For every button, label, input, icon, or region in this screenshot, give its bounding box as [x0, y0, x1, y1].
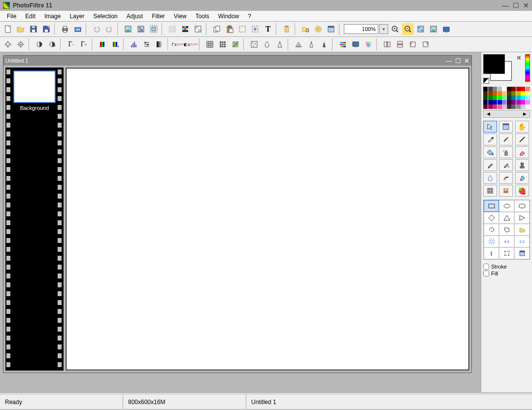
preferences-icon[interactable] — [325, 23, 337, 35]
line-tool-icon[interactable] — [515, 134, 529, 145]
auto-contrast-icon[interactable]: ◐±AUTO — [185, 38, 197, 50]
pipette-tool-icon[interactable] — [483, 134, 497, 145]
automate-icon[interactable] — [312, 23, 324, 35]
select-crop-icon[interactable] — [499, 247, 514, 259]
menu-adjust[interactable]: Adjust — [123, 12, 147, 21]
select-ratio-43-icon[interactable]: 4:3 — [499, 236, 514, 247]
open-file-icon[interactable] — [15, 23, 27, 35]
layer-thumbnail[interactable] — [13, 70, 56, 103]
palette-swatch[interactable] — [488, 87, 493, 91]
palette-swatch[interactable] — [521, 91, 525, 96]
menu-selection[interactable]: Selection — [89, 12, 121, 21]
foreground-swatch[interactable] — [483, 54, 505, 74]
advanced-brush-icon[interactable]: + — [499, 159, 513, 171]
palette-swatch[interactable] — [488, 104, 493, 109]
palette-swatch[interactable] — [507, 91, 511, 96]
shape-polygon[interactable] — [499, 224, 514, 236]
palette-swatch[interactable] — [502, 104, 506, 109]
menu-file[interactable]: File — [3, 12, 20, 21]
fullscreen-icon[interactable] — [440, 23, 452, 35]
hand-tool-icon[interactable]: ✋ — [515, 121, 529, 133]
relief-icon[interactable] — [293, 38, 304, 50]
menu-edit[interactable]: Edit — [21, 12, 39, 21]
palette-swatch[interactable] — [502, 100, 506, 104]
shape-lasso[interactable] — [484, 224, 499, 236]
palette-swatch[interactable] — [516, 96, 521, 100]
auto-levels-icon[interactable]: Γ±AUTO — [172, 38, 184, 50]
palette-swatch[interactable] — [498, 96, 502, 100]
palette-swatch[interactable] — [498, 104, 502, 109]
palette-swatch[interactable] — [507, 87, 511, 91]
options-tool-icon[interactable] — [499, 121, 513, 133]
brightness-plus-icon[interactable]: + — [15, 38, 27, 50]
grid-solid-icon[interactable] — [217, 38, 229, 50]
layer-icon[interactable] — [166, 23, 178, 35]
fill-tool-icon[interactable] — [483, 146, 497, 158]
color-balance-icon[interactable] — [337, 38, 349, 50]
palette-swatch[interactable] — [483, 91, 488, 96]
palette-swatch[interactable] — [502, 87, 506, 91]
stamp-tool-icon[interactable] — [515, 159, 529, 171]
distort-tool-icon[interactable] — [483, 185, 497, 197]
variations-icon[interactable] — [363, 38, 374, 50]
palette-swatch[interactable] — [516, 100, 521, 104]
levels-icon[interactable] — [141, 38, 153, 50]
selection-icon[interactable] — [236, 23, 248, 35]
grid-small-icon[interactable] — [204, 38, 216, 50]
palette-swatch[interactable] — [483, 96, 488, 100]
menu-tools[interactable]: Tools — [192, 12, 213, 21]
palette-swatch[interactable] — [507, 104, 511, 109]
palette-swatch[interactable] — [521, 100, 525, 104]
blur-icon[interactable] — [261, 38, 273, 50]
spray-tool-icon[interactable] — [499, 146, 513, 158]
palette-swatch[interactable] — [498, 87, 502, 91]
palette-swatch[interactable] — [493, 91, 497, 96]
palette-swatch[interactable] — [502, 96, 506, 100]
gamma-plus-icon[interactable]: Γ+ — [78, 38, 90, 50]
rotate-ccw-icon[interactable] — [407, 38, 419, 50]
text-icon[interactable]: T — [262, 23, 274, 35]
shape-folder[interactable] — [514, 224, 530, 236]
palette-swatch[interactable] — [511, 100, 516, 104]
palette-swatch[interactable] — [493, 104, 497, 109]
grid-color-icon[interactable] — [230, 38, 241, 50]
palette-swatch[interactable] — [483, 100, 488, 104]
palette-swatch[interactable] — [493, 96, 497, 100]
palette-swatch[interactable] — [498, 100, 502, 104]
shape-triangle-right[interactable] — [514, 212, 530, 224]
explorer-icon[interactable] — [299, 23, 311, 35]
selection-tool[interactable] — [483, 121, 497, 133]
flip-v-icon[interactable] — [394, 38, 406, 50]
grayscale-icon[interactable] — [154, 38, 166, 50]
doc-maximize-icon[interactable]: ☐ — [455, 57, 461, 65]
new-file-icon[interactable] — [2, 23, 14, 35]
canvas-size-icon[interactable] — [148, 23, 160, 35]
palette-swatch[interactable] — [526, 104, 530, 109]
palette-swatch[interactable] — [493, 87, 497, 91]
palette-swatch[interactable] — [516, 104, 521, 109]
palette-swatch[interactable] — [511, 87, 516, 91]
shape-rectangle[interactable] — [484, 200, 499, 212]
paste-icon[interactable] — [224, 23, 235, 35]
palette-swatch[interactable] — [526, 96, 530, 100]
brightness-minus-icon[interactable]: - — [2, 38, 14, 50]
scanner-icon[interactable] — [72, 23, 84, 35]
flip-h-icon[interactable] — [381, 38, 393, 50]
copy-icon[interactable] — [211, 23, 223, 35]
monitor-icon[interactable] — [350, 38, 362, 50]
palette-swatch[interactable] — [483, 104, 488, 109]
rotate-cw-icon[interactable] — [420, 38, 432, 50]
print-icon[interactable] — [59, 23, 71, 35]
shape-triangle[interactable] — [499, 212, 514, 224]
palette-swatch[interactable] — [526, 100, 530, 104]
palette-prev-icon[interactable]: ◀ — [487, 111, 490, 116]
gradient-bar[interactable] — [525, 54, 530, 82]
zoom-out-icon[interactable] — [402, 23, 414, 35]
palette-swatch[interactable] — [488, 91, 493, 96]
zoom-dropdown[interactable]: ▼ — [379, 24, 388, 34]
red-eye-tool-icon[interactable]: 🍓 — [515, 185, 529, 197]
menu-filter[interactable]: Filter — [148, 12, 169, 21]
shape-ellipse[interactable] — [499, 200, 514, 212]
palette-swatch[interactable] — [511, 104, 516, 109]
transparency-icon[interactable] — [192, 23, 204, 35]
